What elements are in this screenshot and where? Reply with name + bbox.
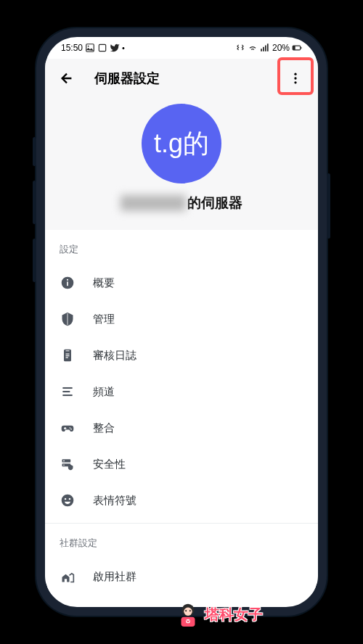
svg-point-25	[63, 464, 65, 466]
vibrate-icon	[235, 43, 245, 53]
wifi-icon	[248, 43, 258, 53]
server-shield-icon	[60, 456, 76, 472]
arrow-left-icon	[59, 70, 75, 86]
svg-rect-10	[67, 281, 68, 286]
community-list: 啟用社群	[45, 558, 318, 595]
phone-button	[327, 173, 330, 239]
more-options-button[interactable]	[280, 63, 311, 94]
settings-item-channels[interactable]: 頻道	[45, 373, 318, 410]
watermark-avatar-icon	[174, 600, 202, 628]
item-label: 表情符號	[93, 494, 136, 508]
screen: 15:50 • 20% 伺服器設定	[45, 37, 318, 607]
phone-button	[33, 137, 36, 166]
svg-point-24	[63, 461, 65, 462]
back-button[interactable]	[54, 65, 80, 91]
watermark-text: 塔科女子	[205, 605, 263, 624]
section-header-settings: 設定	[45, 230, 318, 265]
status-bar: 15:50 • 20%	[45, 37, 318, 59]
battery-icon	[292, 43, 302, 53]
gallery-icon	[97, 43, 107, 53]
status-time: 15:50	[61, 43, 83, 53]
item-label: 管理	[93, 313, 115, 326]
svg-point-18	[70, 427, 71, 429]
item-label: 啟用社群	[93, 570, 136, 584]
svg-point-31	[185, 610, 187, 611]
svg-point-28	[69, 498, 71, 500]
community-icon	[60, 569, 76, 585]
app-bar: 伺服器設定	[45, 59, 318, 98]
phone-frame: 15:50 • 20% 伺服器設定	[36, 28, 327, 616]
info-icon	[60, 275, 76, 291]
svg-point-11	[67, 279, 68, 281]
settings-item-moderation[interactable]: 管理	[45, 301, 318, 337]
section-header-community: 社群設定	[45, 524, 318, 558]
svg-point-1	[88, 46, 89, 47]
svg-rect-12	[66, 354, 70, 355]
settings-item-enable-community[interactable]: 啟用社群	[45, 558, 318, 595]
page-title: 伺服器設定	[94, 70, 160, 87]
redacted-text	[121, 195, 186, 211]
svg-point-32	[189, 610, 191, 611]
item-label: 頻道	[93, 385, 115, 399]
server-header: t.g的 的伺服器	[45, 98, 318, 230]
twitter-icon	[110, 43, 120, 53]
watermark: 塔科女子	[174, 600, 263, 628]
battery-percent: 20%	[272, 43, 290, 53]
settings-item-audit-log[interactable]: 審核日誌	[45, 337, 318, 373]
svg-rect-21	[65, 427, 65, 429]
item-label: 整合	[93, 421, 115, 435]
image-icon	[85, 43, 95, 53]
settings-item-overview[interactable]: 概要	[45, 265, 318, 301]
svg-point-26	[62, 495, 74, 507]
clipboard-icon	[60, 347, 76, 363]
emoji-icon	[60, 492, 76, 508]
settings-item-integrations[interactable]: 整合	[45, 410, 318, 446]
settings-item-security[interactable]: 安全性	[45, 446, 318, 482]
server-name-suffix: 的伺服器	[187, 194, 242, 212]
svg-point-7	[294, 77, 296, 79]
phone-button	[33, 239, 36, 282]
svg-rect-14	[66, 358, 68, 358]
svg-point-19	[70, 429, 72, 430]
phone-button	[33, 181, 36, 224]
settings-list: 概要 管理 審核日誌 頻道	[45, 265, 318, 519]
settings-item-emoji[interactable]: 表情符號	[45, 482, 318, 519]
signal-icon	[260, 43, 270, 53]
item-label: 概要	[93, 276, 115, 290]
server-name: 的伺服器	[121, 194, 242, 212]
list-icon	[60, 384, 76, 400]
gamepad-icon	[60, 420, 76, 436]
item-label: 審核日誌	[93, 349, 136, 363]
avatar-text: t.g的	[154, 126, 209, 162]
svg-point-27	[65, 498, 67, 500]
more-indicator: •	[122, 44, 125, 52]
item-label: 安全性	[93, 458, 126, 471]
shield-icon	[60, 311, 76, 327]
svg-rect-2	[99, 44, 105, 51]
svg-point-30	[184, 608, 192, 616]
svg-rect-13	[66, 355, 70, 356]
svg-point-8	[294, 81, 296, 83]
svg-point-6	[294, 73, 296, 75]
svg-rect-4	[293, 46, 295, 50]
server-avatar[interactable]: t.g的	[142, 104, 221, 183]
more-vertical-icon	[288, 71, 303, 86]
